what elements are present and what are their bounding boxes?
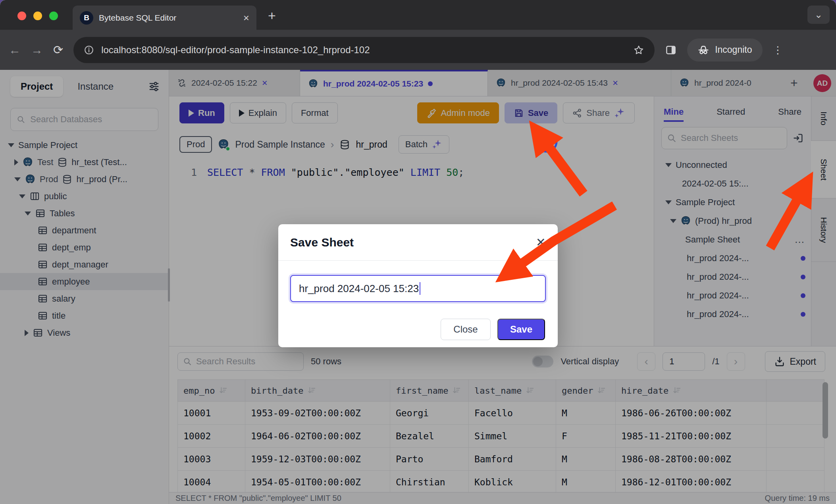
sort-icon[interactable] — [307, 386, 316, 395]
caret-right-icon[interactable] — [14, 159, 18, 165]
tree-item-schema-public[interactable]: public — [0, 188, 169, 205]
sheet-group-database[interactable]: (Prod) hr_prod — [654, 212, 811, 230]
tab-starred[interactable]: Starred — [717, 107, 745, 117]
cell[interactable]: 1954-05-01T00:00:00Z — [245, 471, 390, 492]
cell[interactable]: Bamford — [469, 448, 556, 471]
editor-tab-3[interactable]: hr_prod 2024-02-05 15:43 × — [488, 70, 671, 96]
table-row[interactable]: 10004 1954-05-01T00:00:00Z Chirstian Kob… — [178, 471, 824, 492]
cell[interactable]: 10002 — [178, 425, 245, 448]
column-header[interactable]: first_name — [390, 380, 469, 402]
sheet-item[interactable]: hr_prod 2024-... — [654, 305, 811, 323]
url-text[interactable]: localhost:8080/sql-editor/prod-sample-in… — [101, 44, 626, 56]
sort-icon[interactable] — [597, 386, 606, 395]
cell[interactable]: 1985-11-21T00:00:00Z — [616, 425, 767, 448]
caret-down-icon[interactable] — [14, 177, 21, 181]
sheet-name-input[interactable]: hr_prod 2024-02-05 15:23 — [290, 275, 546, 302]
close-tab-icon[interactable]: × — [243, 13, 249, 23]
save-button[interactable]: Save — [505, 102, 557, 123]
cell[interactable]: Parto — [390, 448, 469, 471]
table-row[interactable]: 10002 1964-06-02T00:00:00Z Bezalel Simme… — [178, 425, 824, 448]
tab-history[interactable]: History — [811, 198, 836, 262]
tab-sheet-active[interactable]: Sheet — [811, 141, 836, 198]
tree-item-prod-db[interactable]: Prod hr_prod (Pr... — [0, 171, 169, 188]
column-header[interactable]: birth_date — [245, 380, 390, 402]
editor-tab-1[interactable]: 2024-02-05 15:22 × — [169, 70, 300, 96]
sort-icon[interactable] — [526, 386, 534, 395]
sheet-item-sample[interactable]: Sample Sheet … — [654, 230, 811, 249]
dialog-close-button[interactable]: Close — [441, 319, 491, 340]
collapse-panel-icon[interactable] — [793, 133, 804, 144]
column-header[interactable]: emp_no — [178, 380, 245, 402]
table-scrollbar[interactable] — [823, 382, 828, 439]
tree-item-test-db[interactable]: Test hr_test (Test... — [0, 154, 169, 171]
cell[interactable]: Georgi — [390, 402, 469, 425]
more-ellipsis-icon[interactable]: … — [794, 233, 805, 246]
tree-item-table-title[interactable]: title — [0, 307, 169, 324]
cell[interactable]: M — [556, 402, 616, 425]
admin-mode-button[interactable]: Admin mode — [417, 102, 499, 123]
database-name[interactable]: hr_prod — [356, 139, 387, 150]
new-sheet-tab-button[interactable]: + — [790, 76, 798, 90]
tree-item-table-dept-manager[interactable]: dept_manager — [0, 256, 169, 273]
forward-icon[interactable]: → — [31, 44, 43, 56]
sheet-item[interactable]: hr_prod 2024-... — [654, 267, 811, 286]
browser-tab[interactable]: B Bytebase SQL Editor × — [73, 6, 256, 30]
editor-tab-4[interactable]: hr_prod 2024-0 — [671, 70, 785, 96]
next-page-button[interactable]: › — [727, 352, 745, 371]
share-button[interactable]: Share — [563, 102, 635, 123]
cell[interactable]: 1986-08-28T00:00:00Z — [616, 448, 767, 471]
cell[interactable]: 1986-06-26T00:00:00Z — [616, 402, 767, 425]
cell[interactable]: 10003 — [178, 448, 245, 471]
column-header[interactable]: hire_date — [616, 380, 767, 402]
cell[interactable]: Chirstian — [390, 471, 469, 492]
database-search[interactable] — [10, 108, 158, 131]
close-window-button[interactable] — [17, 12, 26, 20]
back-icon[interactable]: ← — [9, 44, 21, 56]
explain-button[interactable]: Explain — [230, 102, 286, 123]
page-number-input[interactable] — [663, 352, 705, 371]
user-avatar[interactable]: AD — [813, 74, 831, 92]
tab-project[interactable]: Project — [10, 76, 63, 97]
dialog-save-button[interactable]: Save — [497, 319, 545, 340]
sort-icon[interactable] — [672, 386, 681, 395]
sheet-item[interactable]: hr_prod 2024-... — [654, 249, 811, 267]
sidebar-resize-handle[interactable] — [168, 268, 170, 302]
instance-name[interactable]: Prod Sample Instance — [235, 139, 325, 150]
vertical-display-toggle[interactable] — [532, 356, 553, 367]
table-row[interactable]: 10003 1959-12-03T00:00:00Z Parto Bamford… — [178, 448, 824, 471]
column-header[interactable]: last_name — [469, 380, 556, 402]
tab-search-chevron-icon[interactable]: ⌄ — [807, 6, 830, 24]
sheet-group-project[interactable]: Sample Project — [654, 193, 811, 212]
editor-tab-2-active[interactable]: hr_prod 2024-02-05 15:23 — [300, 70, 488, 96]
new-tab-button[interactable]: + — [268, 9, 276, 22]
sort-icon[interactable] — [452, 386, 461, 395]
database-search-input[interactable] — [30, 114, 152, 125]
tree-item-table-salary[interactable]: salary — [0, 290, 169, 307]
sheet-search-input[interactable] — [681, 133, 782, 143]
cell[interactable]: 1986-12-01T00:00:00Z — [616, 471, 767, 492]
tree-item-table-dept-emp[interactable]: dept_emp — [0, 239, 169, 256]
cell[interactable]: 1953-09-02T00:00:00Z — [245, 402, 390, 425]
cell[interactable]: Koblick — [469, 471, 556, 492]
tree-item-tables-group[interactable]: Tables — [0, 205, 169, 222]
sheet-item[interactable]: hr_prod 2024-... — [654, 286, 811, 305]
results-search[interactable] — [177, 352, 304, 371]
cell[interactable]: 10001 — [178, 402, 245, 425]
cell[interactable]: F — [556, 425, 616, 448]
sql-code-line[interactable]: 1 SELECT * FROM "public"."employee" LIMI… — [169, 167, 464, 178]
export-button[interactable]: Export — [765, 351, 825, 372]
url-bar[interactable]: localhost:8080/sql-editor/prod-sample-in… — [73, 37, 655, 63]
cell[interactable]: Facello — [469, 402, 556, 425]
sheet-item[interactable]: 2024-02-05 15:... — [654, 174, 811, 193]
close-tab-icon[interactable]: × — [262, 77, 268, 88]
browser-menu-kebab-icon[interactable]: ⋮ — [773, 45, 783, 55]
tab-instance[interactable]: Instance — [67, 76, 124, 97]
batch-button[interactable]: Batch — [399, 135, 449, 154]
cell[interactable]: 10004 — [178, 471, 245, 492]
tab-mine[interactable]: Mine — [664, 107, 684, 122]
cell[interactable]: 1964-06-02T00:00:00Z — [245, 425, 390, 448]
site-info-icon[interactable] — [84, 45, 94, 55]
cell[interactable]: M — [556, 448, 616, 471]
caret-down-icon[interactable] — [19, 194, 25, 198]
caret-down-icon[interactable] — [670, 219, 676, 223]
